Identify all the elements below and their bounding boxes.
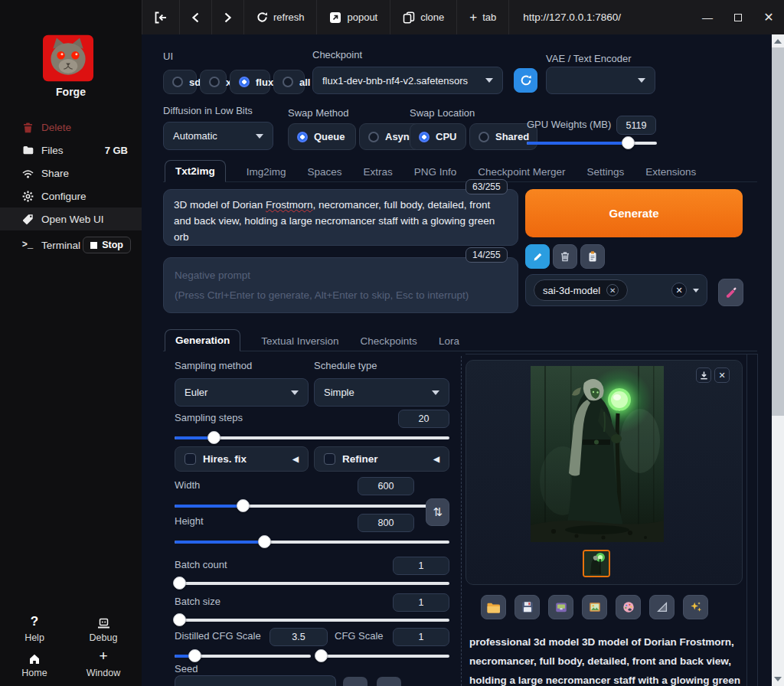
sidebar-item-open-web-ui[interactable]: Open Web UI [0, 207, 142, 230]
batch-size-value[interactable]: 1 [393, 593, 449, 612]
stop-button[interactable]: Stop [83, 237, 131, 253]
tab-img2img[interactable]: Img2img [246, 162, 287, 182]
clone-button[interactable]: clone [390, 0, 457, 34]
edit-styles-button[interactable] [718, 279, 743, 306]
swap-location-cpu[interactable]: CPU [410, 123, 466, 150]
tab-png-info[interactable]: PNG Info [413, 162, 458, 182]
width-slider-thumb[interactable] [237, 499, 250, 512]
distilled-cfg-value[interactable]: 3.5 [270, 628, 328, 646]
new-tab-button[interactable]: + tab [457, 0, 509, 34]
checkpoint-dropdown[interactable]: flux1-dev-bnb-nf4-v2.safetensors [312, 67, 503, 94]
reuse-seed-button[interactable] [377, 677, 401, 686]
vae-dropdown[interactable] [546, 67, 655, 94]
sampling-steps-slider-thumb[interactable] [207, 431, 220, 444]
generated-image[interactable] [531, 366, 664, 542]
batch-count-value[interactable]: 1 [393, 557, 449, 575]
scrollbar-down-arrow[interactable] [774, 677, 782, 681]
sampling-steps-value[interactable]: 20 [398, 410, 449, 428]
close-preview-button[interactable]: ✕ [714, 368, 730, 383]
tab-extensions[interactable]: Extensions [645, 162, 697, 182]
height-slider-thumb[interactable] [258, 535, 271, 548]
sampling-method-dropdown[interactable]: Euler [175, 378, 309, 407]
maximize-button[interactable] [723, 0, 753, 34]
scrollbar-thumb[interactable] [772, 47, 784, 416]
hires-fix-checkbox[interactable] [185, 453, 196, 465]
send-to-inpaint-button[interactable] [616, 595, 641, 619]
gpu-weights-value[interactable]: 5119 [616, 116, 656, 135]
exit-button[interactable] [142, 0, 180, 34]
hires-fix-accordion[interactable]: Hires. fix ◀ [175, 446, 309, 472]
send-to-extras-button[interactable] [649, 595, 675, 619]
refresh-button[interactable]: refresh [244, 0, 317, 34]
apply-styles-button[interactable] [580, 244, 605, 269]
sidebar-item-share[interactable]: Share [0, 162, 142, 185]
sidebar-item-terminal[interactable]: >_ Terminal Stop [0, 232, 142, 258]
tab-settings[interactable]: Settings [586, 162, 625, 182]
schedule-type-dropdown[interactable]: Simple [314, 378, 449, 407]
tab-textual-inversion[interactable]: Textual Inversion [260, 331, 339, 351]
height-value[interactable]: 800 [358, 514, 414, 532]
sidebar-item-delete[interactable]: Delete [0, 116, 142, 139]
tab-extras[interactable]: Extras [363, 162, 394, 182]
sidebar-window[interactable]: + Window [69, 651, 138, 678]
sidebar-debug[interactable]: Debug [69, 616, 138, 643]
gpu-weights-slider-thumb[interactable] [622, 136, 635, 149]
batch-count-slider-thumb[interactable] [173, 577, 186, 590]
swap-dimensions-button[interactable]: ⇅ [426, 498, 449, 526]
forward-button[interactable] [212, 0, 244, 34]
distilled-cfg-slider-thumb[interactable] [188, 649, 201, 662]
checkpoint-refresh-button[interactable] [514, 68, 537, 93]
ui-option-sd[interactable]: sd [163, 70, 197, 94]
sampling-steps-slider[interactable] [175, 431, 449, 444]
style-tag[interactable]: sai-3d-model ✕ [534, 279, 628, 301]
width-slider[interactable] [175, 499, 449, 512]
ui-option-xl[interactable]: xl [200, 70, 227, 94]
tab-spaces[interactable]: Spaces [307, 162, 343, 182]
download-image-button[interactable] [696, 368, 711, 383]
clear-prompt-button[interactable] [553, 244, 577, 269]
popout-button[interactable]: popout [317, 0, 390, 34]
minimize-button[interactable]: — [692, 0, 723, 34]
save-image-button[interactable] [514, 595, 540, 619]
random-seed-button[interactable] [343, 677, 368, 686]
styles-dropdown[interactable]: sai-3d-model ✕ ✕ [525, 274, 707, 306]
tab-txt2img[interactable]: Txt2img [165, 160, 226, 182]
clear-styles-button[interactable]: ✕ [671, 283, 687, 298]
tab-checkpoints[interactable]: Checkpoints [360, 331, 418, 351]
sidebar-item-configure[interactable]: Configure [0, 185, 142, 207]
save-zip-button[interactable] [548, 595, 573, 619]
prompt-textarea[interactable]: 3D model of Dorian Frostmorn, necromance… [163, 189, 518, 246]
sidebar-help[interactable]: ? Help [0, 616, 69, 643]
batch-count-slider[interactable] [175, 577, 449, 590]
width-value[interactable]: 600 [358, 477, 414, 495]
refiner-checkbox[interactable] [324, 453, 335, 465]
height-slider[interactable] [175, 535, 449, 548]
gpu-weights-slider[interactable] [527, 136, 657, 149]
generate-button[interactable]: Generate [525, 189, 743, 237]
url-display[interactable]: http://127.0.0.1:7860/ [509, 0, 635, 34]
distilled-cfg-slider[interactable] [175, 649, 311, 662]
sidebar-home[interactable]: Home [0, 651, 69, 678]
ui-option-all[interactable]: all [273, 70, 305, 94]
close-button[interactable]: ✕ [753, 0, 784, 34]
cfg-slider-thumb[interactable] [315, 649, 328, 662]
open-folder-button[interactable] [481, 595, 506, 619]
sidebar-item-files[interactable]: Files 7 GB [0, 139, 142, 162]
refiner-accordion[interactable]: Refiner ◀ [314, 446, 449, 472]
tab-lora[interactable]: Lora [438, 331, 460, 351]
back-button[interactable] [180, 0, 212, 34]
paste-params-button[interactable] [525, 244, 550, 269]
cfg-value[interactable]: 1 [393, 628, 449, 646]
negative-prompt-textarea[interactable]: Negative prompt (Press Ctrl+Enter to gen… [163, 257, 518, 313]
remove-style-icon[interactable]: ✕ [606, 284, 619, 296]
scrollbar-up-arrow[interactable] [774, 39, 782, 44]
gallery-thumbnail[interactable] [583, 550, 610, 577]
ui-option-flux[interactable]: flux [230, 70, 270, 94]
seed-input[interactable] [175, 675, 336, 686]
upscale-button[interactable] [683, 595, 708, 619]
low-bits-dropdown[interactable]: Automatic [163, 122, 273, 150]
batch-size-slider[interactable] [175, 613, 449, 626]
tab-generation[interactable]: Generation [165, 329, 240, 351]
batch-size-slider-thumb[interactable] [173, 613, 186, 626]
send-to-img2img-button[interactable] [582, 595, 607, 619]
